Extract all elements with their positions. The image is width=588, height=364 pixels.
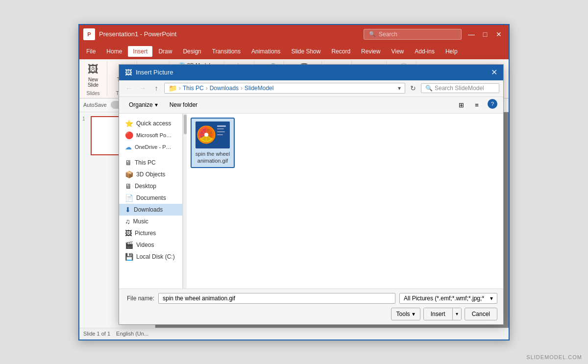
sidebar-onedrive[interactable]: ☁ OneDrive - Person...: [119, 141, 182, 153]
folder-icon: 📁: [169, 84, 177, 92]
search-icon: 🔍: [425, 85, 433, 92]
breadcrumb-downloads[interactable]: Downloads: [210, 85, 239, 92]
refresh-button[interactable]: ↻: [407, 82, 419, 94]
filetype-dropdown[interactable]: All Pictures (*.emf;*.wmf;*.jpg;* ▾: [399, 293, 497, 304]
sidebar-documents[interactable]: 📄 Documents: [119, 192, 182, 204]
file-grid: spin the wheelanimation.gif: [191, 118, 499, 169]
insert-picture-dialog: 🖼 Insert Picture ✕ ← → ↑ 📁 › This PC › D…: [119, 64, 504, 325]
sidebar-this-pc[interactable]: 🖥 This PC: [119, 157, 182, 169]
local-disk-icon: 💾: [125, 253, 133, 261]
sidebar-downloads[interactable]: ⬇ Downloads: [119, 204, 182, 216]
search-placeholder: Search SlideModel: [435, 85, 484, 92]
desktop-icon: 🖥: [125, 182, 132, 190]
sidebar-3d-objects[interactable]: 📦 3D Objects: [119, 169, 182, 180]
back-button[interactable]: ←: [123, 82, 135, 94]
view-buttons: ⊞ ≡ ?: [454, 99, 497, 111]
dialog-bottom: File name: All Pictures (*.emf;*.wmf;*.j…: [119, 289, 503, 324]
watermark: SLIDEMODEL.COM: [526, 354, 582, 360]
dialog-titlebar: 🖼 Insert Picture ✕: [119, 65, 503, 80]
pictures-label: Pictures: [135, 230, 156, 237]
dialog-title-icon: 🖼: [125, 69, 132, 76]
tools-button[interactable]: Tools ▾: [391, 308, 420, 320]
breadcrumb[interactable]: 📁 › This PC › Downloads › SlideModel ▾: [164, 83, 405, 94]
cancel-button[interactable]: Cancel: [465, 308, 497, 320]
dialog-title: Insert Picture: [136, 69, 491, 76]
desktop-label: Desktop: [135, 183, 156, 190]
dialog-action-bar: Organize ▾ New folder ⊞ ≡ ?: [119, 97, 503, 114]
sidebar-desktop[interactable]: 🖥 Desktop: [119, 180, 182, 192]
help-button[interactable]: ?: [488, 99, 497, 109]
documents-label: Documents: [136, 194, 166, 201]
dialog-body: ⭐ Quick access 🔴 Microsoft PowerP... ☁ O…: [119, 114, 503, 289]
3d-objects-icon: 📦: [125, 170, 133, 178]
filename-label: File name:: [125, 295, 154, 302]
svg-rect-11: [217, 134, 223, 135]
breadcrumb-slidemodel[interactable]: SlideModel: [245, 85, 273, 92]
breadcrumb-this-pc[interactable]: This PC: [183, 85, 204, 92]
sidebar-music[interactable]: ♫ Music: [119, 216, 182, 227]
svg-point-7: [204, 133, 208, 137]
svg-rect-10: [217, 131, 225, 132]
pictures-icon: 🖼: [125, 229, 132, 237]
quick-access-label: Quick access: [136, 120, 171, 127]
onedrive-label: OneDrive - Person...: [135, 144, 174, 150]
sidebar-quick-access[interactable]: ⭐ Quick access: [119, 118, 182, 129]
insert-dropdown-button[interactable]: ▾: [452, 308, 461, 320]
up-button[interactable]: ↑: [150, 82, 162, 94]
3d-objects-label: 3D Objects: [136, 171, 165, 178]
new-folder-button[interactable]: New folder: [166, 99, 201, 110]
file-preview-svg: [196, 121, 230, 148]
dialog-overlay: 🖼 Insert Picture ✕ ← → ↑ 📁 › This PC › D…: [79, 25, 509, 340]
quick-access-icon: ⭐: [125, 120, 133, 127]
organize-button[interactable]: Organize ▾: [125, 99, 162, 110]
view-details-button[interactable]: ≡: [470, 99, 484, 111]
ms-powerpoint-label: Microsoft PowerP...: [136, 132, 175, 138]
downloads-label: Downloads: [134, 206, 163, 213]
sidebar-scrollbar[interactable]: [183, 114, 187, 289]
scrollbar-thumb: [184, 115, 187, 134]
filename-input[interactable]: [158, 293, 395, 304]
file-item-spin-wheel[interactable]: spin the wheelanimation.gif: [191, 118, 235, 169]
sidebar-pictures[interactable]: 🖼 Pictures: [119, 227, 182, 239]
videos-icon: 🎬: [125, 241, 133, 249]
music-label: Music: [133, 218, 148, 225]
forward-button[interactable]: →: [137, 82, 148, 94]
local-disk-label: Local Disk (C:): [136, 253, 175, 260]
insert-button-group: Insert ▾: [423, 308, 462, 320]
dialog-toolbar: ← → ↑ 📁 › This PC › Downloads › SlideMod…: [119, 80, 503, 97]
filetype-label: All Pictures (*.emf;*.wmf;*.jpg;*: [404, 295, 484, 302]
filetype-dropdown-icon: ▾: [490, 295, 493, 302]
filename-row: File name: All Pictures (*.emf;*.wmf;*.j…: [125, 293, 497, 304]
sidebar-microsoft-powerpoint[interactable]: 🔴 Microsoft PowerP...: [119, 129, 182, 141]
organize-dropdown-icon: ▾: [155, 101, 158, 108]
videos-label: Videos: [136, 242, 154, 248]
insert-button[interactable]: Insert: [424, 308, 452, 320]
action-row: Tools ▾ Insert ▾ Cancel: [125, 308, 497, 320]
sidebar-nav: ⭐ Quick access 🔴 Microsoft PowerP... ☁ O…: [119, 114, 183, 289]
music-icon: ♫: [125, 218, 130, 225]
svg-rect-8: [217, 125, 226, 127]
powerpoint-icon: 🔴: [125, 131, 133, 139]
dialog-close-button[interactable]: ✕: [491, 68, 497, 77]
view-icons-button[interactable]: ⊞: [454, 99, 468, 111]
onedrive-icon: ☁: [125, 143, 132, 151]
file-thumbnail: [196, 121, 230, 148]
downloads-icon: ⬇: [125, 206, 131, 214]
this-pc-label: This PC: [135, 159, 156, 166]
sidebar-videos[interactable]: 🎬 Videos: [119, 239, 182, 251]
search-box[interactable]: 🔍 Search SlideModel: [421, 83, 499, 93]
svg-rect-9: [217, 128, 224, 129]
tools-dropdown-icon: ▾: [412, 311, 415, 317]
breadcrumb-dropdown[interactable]: ▾: [398, 85, 401, 92]
this-pc-icon: 🖥: [125, 159, 132, 167]
file-name-label: spin the wheelanimation.gif: [196, 150, 230, 165]
sidebar-local-disk[interactable]: 💾 Local Disk (C:): [119, 251, 182, 263]
documents-icon: 📄: [125, 194, 133, 202]
file-area: spin the wheelanimation.gif: [187, 114, 503, 289]
